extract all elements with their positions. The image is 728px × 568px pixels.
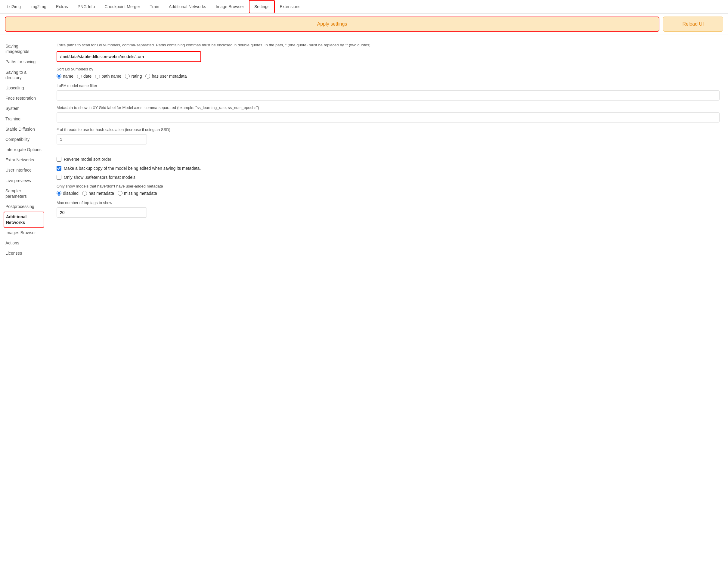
sidebar-item-interrogate-options[interactable]: Interrogate Options	[4, 144, 44, 155]
lora-name-filter-input[interactable]	[57, 90, 720, 101]
sort-by-user-metadata[interactable]: has user metadata	[145, 74, 187, 79]
sidebar-item-upscaling[interactable]: Upscaling	[4, 83, 44, 93]
sidebar-item-saving-images[interactable]: Saving images/grids	[4, 41, 44, 57]
sort-by-label: Sort LoRA models by	[57, 67, 720, 71]
metadata-xygrid-input[interactable]	[57, 112, 720, 123]
sort-by-radio-group: name date path name rating has user meta…	[57, 74, 720, 79]
sort-by-path-name[interactable]: path name	[95, 74, 121, 79]
nav-item-checkpoint[interactable]: Checkpoint Merger	[100, 1, 145, 13]
safetensors-label: Only show .safetensors format models	[64, 175, 135, 180]
nav-item-extras[interactable]: Extras	[51, 1, 73, 13]
sidebar-item-system[interactable]: System	[4, 103, 44, 113]
sidebar-item-sampler-parameters[interactable]: Sampler parameters	[4, 186, 44, 201]
sidebar-item-extra-networks[interactable]: Extra Networks	[4, 155, 44, 165]
sort-by-date[interactable]: date	[77, 74, 91, 79]
metadata-filter-has-metadata[interactable]: has metadata	[82, 191, 114, 196]
top-tags-input[interactable]	[57, 207, 147, 218]
sort-rating-label: rating	[131, 74, 142, 79]
lora-paths-description: Extra paths to scan for LoRA models, com…	[57, 42, 720, 48]
reverse-sort-checkbox[interactable]	[57, 157, 61, 162]
nav-item-extensions[interactable]: Extensions	[275, 1, 305, 13]
metadata-xygrid-label: Metadata to show in XY-Grid label for Mo…	[57, 105, 720, 110]
backup-copy-row: Make a backup copy of the model being ed…	[57, 166, 720, 171]
sidebar: Saving images/grids Paths for saving Sav…	[0, 35, 48, 568]
settings-content: Extra paths to scan for LoRA models, com…	[48, 35, 728, 568]
sidebar-item-saving-to-directory[interactable]: Saving to a directory	[4, 67, 44, 83]
action-bar: Apply settings Reload UI	[0, 14, 728, 35]
lora-paths-input[interactable]	[57, 51, 201, 62]
metadata-filter-has-label: has metadata	[88, 191, 114, 196]
sort-user-metadata-label: has user metadata	[152, 74, 187, 79]
metadata-filter-disabled-label: disabled	[63, 191, 79, 196]
nav-item-train[interactable]: Train	[145, 1, 164, 13]
nav-item-settings[interactable]: Settings	[249, 0, 275, 13]
sidebar-item-postprocessing[interactable]: Postprocessing	[4, 201, 44, 212]
threads-input[interactable]	[57, 134, 147, 144]
threads-label: # of threads to use for hash calculation…	[57, 127, 720, 132]
metadata-filter-label: Only show models that have/don't have us…	[57, 184, 720, 188]
divider-1	[57, 153, 720, 153]
reverse-sort-row: Reverse model sort order	[57, 157, 720, 162]
metadata-filter-radio-group: disabled has metadata missing metadata	[57, 191, 720, 196]
sort-by-name[interactable]: name	[57, 74, 73, 79]
main-layout: Saving images/grids Paths for saving Sav…	[0, 35, 728, 568]
backup-copy-checkbox[interactable]	[57, 166, 61, 171]
nav-item-image-browser[interactable]: Image Browser	[211, 1, 249, 13]
metadata-filter-missing-label: missing metadata	[124, 191, 157, 196]
top-tags-label: Max number of top tags to show	[57, 200, 720, 205]
sort-name-label: name	[63, 74, 73, 79]
safetensors-checkbox[interactable]	[57, 175, 61, 180]
metadata-filter-missing-metadata[interactable]: missing metadata	[118, 191, 157, 196]
sort-date-label: date	[83, 74, 91, 79]
reverse-sort-label: Reverse model sort order	[64, 157, 111, 162]
sidebar-item-actions[interactable]: Actions	[4, 238, 44, 248]
nav-item-pnginfo[interactable]: PNG Info	[73, 1, 100, 13]
sidebar-item-additional-networks[interactable]: Additional Networks	[4, 212, 44, 227]
metadata-filter-disabled[interactable]: disabled	[57, 191, 79, 196]
sidebar-item-licenses[interactable]: Licenses	[4, 248, 44, 258]
sidebar-item-face-restoration[interactable]: Face restoration	[4, 93, 44, 103]
sort-path-name-label: path name	[101, 74, 121, 79]
reload-ui-button[interactable]: Reload UI	[663, 17, 723, 32]
apply-settings-button[interactable]: Apply settings	[5, 17, 659, 32]
sort-by-rating[interactable]: rating	[125, 74, 142, 79]
top-nav: txt2img img2img Extras PNG Info Checkpoi…	[0, 0, 728, 14]
sidebar-item-stable-diffusion[interactable]: Stable Diffusion	[4, 124, 44, 134]
backup-copy-label: Make a backup copy of the model being ed…	[64, 166, 201, 171]
nav-item-img2img[interactable]: img2img	[26, 1, 51, 13]
sidebar-item-user-interface[interactable]: User interface	[4, 165, 44, 175]
sidebar-item-training[interactable]: Training	[4, 114, 44, 124]
nav-item-additional-networks[interactable]: Additional Networks	[164, 1, 211, 13]
sidebar-item-images-browser[interactable]: Images Browser	[4, 228, 44, 238]
sidebar-item-paths-for-saving[interactable]: Paths for saving	[4, 57, 44, 67]
nav-item-txt2img[interactable]: txt2img	[2, 1, 26, 13]
safetensors-row: Only show .safetensors format models	[57, 175, 720, 180]
name-filter-label: LoRA model name filter	[57, 83, 720, 88]
sidebar-item-compatibility[interactable]: Compatibility	[4, 134, 44, 144]
sidebar-item-live-previews[interactable]: Live previews	[4, 175, 44, 186]
